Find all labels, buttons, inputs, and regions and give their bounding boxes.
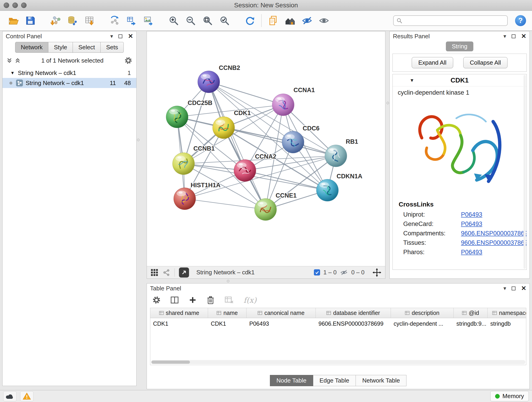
window-zoom-button[interactable] xyxy=(21,2,27,8)
tab-string[interactable]: String xyxy=(446,41,473,51)
import-database-button[interactable] xyxy=(65,13,80,29)
zoom-out-button[interactable] xyxy=(183,13,198,29)
hide-selected-button[interactable] xyxy=(300,13,314,29)
column-header-0[interactable]: shared name xyxy=(150,308,208,318)
selected-checkbox-icon[interactable] xyxy=(314,269,320,275)
network-to-table-button[interactable] xyxy=(124,13,139,29)
crosslink-link[interactable]: P06493 xyxy=(461,220,482,228)
clone-network-button[interactable] xyxy=(266,13,280,29)
panel-float-icon[interactable] xyxy=(512,287,515,290)
pan-crosshair-icon[interactable] xyxy=(372,268,381,277)
network-node-CCNB2[interactable]: CCNB2 xyxy=(198,64,240,93)
scrollbar-thumb[interactable] xyxy=(152,361,190,364)
hidden-eye-icon[interactable] xyxy=(340,269,348,276)
network-node-CCNA1[interactable]: CCNA1 xyxy=(272,87,315,116)
network-node-CDK1[interactable]: CDK1 xyxy=(213,109,251,139)
open-in-new-window-button[interactable] xyxy=(179,268,189,278)
panel-close-icon[interactable]: ✕ xyxy=(521,33,526,39)
new-network-from-selection-button[interactable] xyxy=(107,13,122,29)
network-edge-CCNB2-CCNE1[interactable] xyxy=(209,82,266,210)
network-row[interactable]: String Network – cdk1 11 48 xyxy=(2,78,136,88)
refresh-button[interactable] xyxy=(242,13,257,29)
table-cell[interactable]: CDK1 xyxy=(208,318,247,329)
panel-float-icon[interactable] xyxy=(512,34,515,38)
zoom-in-button[interactable] xyxy=(166,13,181,29)
save-session-button[interactable] xyxy=(23,13,38,29)
splitter-handle[interactable] xyxy=(137,139,139,141)
table-row[interactable]: CDK1CDK1P064939606.ENSP00000378699cyclin… xyxy=(150,318,526,329)
column-header-5[interactable]: @id xyxy=(454,308,488,318)
import-network-button[interactable] xyxy=(48,13,63,29)
gear-icon[interactable] xyxy=(124,57,132,64)
expand-all-icon[interactable] xyxy=(15,57,20,64)
zoom-fit-button[interactable] xyxy=(200,13,215,29)
panel-close-icon[interactable]: ✕ xyxy=(521,285,526,292)
network-edge-CDK1-RB1[interactable] xyxy=(224,128,336,156)
tab-edge-table[interactable]: Edge Table xyxy=(313,375,356,386)
search-input[interactable] xyxy=(404,17,505,24)
table-cell[interactable]: stringdb xyxy=(488,318,526,329)
table-cell[interactable]: P06493 xyxy=(247,318,316,329)
show-all-button[interactable] xyxy=(317,13,331,29)
tab-sets[interactable]: Sets xyxy=(101,42,124,53)
table-cell[interactable]: stringdb:9... xyxy=(454,318,488,329)
panel-menu-icon[interactable]: ▾ xyxy=(503,286,506,291)
crosslink-link[interactable]: P06493 xyxy=(461,211,482,218)
window-minimize-button[interactable] xyxy=(12,2,18,8)
network-node-CDKN1A[interactable]: CDKN1A xyxy=(317,173,362,201)
results-scrollbar[interactable] xyxy=(524,75,526,269)
network-node-HIST1H1A[interactable]: HIST1H1A xyxy=(174,182,221,210)
network-edge-CCNB2-CCNA1[interactable] xyxy=(209,82,283,105)
home-button[interactable] xyxy=(283,13,298,29)
network-collection-row[interactable]: ▾ String Network – cdk1 1 xyxy=(2,68,136,78)
share-view-icon[interactable] xyxy=(162,269,170,276)
expand-all-button[interactable]: Expand All xyxy=(412,57,453,68)
zoom-selected-button[interactable] xyxy=(217,13,232,29)
delete-column-icon[interactable] xyxy=(206,295,215,305)
add-column-icon[interactable] xyxy=(189,296,197,304)
splitter-handle[interactable] xyxy=(227,280,229,282)
crosslink-link[interactable]: 9606.ENSP00000378699 xyxy=(461,230,527,237)
tab-network[interactable]: Network xyxy=(15,42,48,53)
warnings-button[interactable] xyxy=(20,391,33,401)
panel-close-icon[interactable]: ✕ xyxy=(128,33,133,39)
tab-network-table[interactable]: Network Table xyxy=(356,375,406,386)
tab-select[interactable]: Select xyxy=(73,42,101,53)
network-node-CCNE1[interactable]: CCNE1 xyxy=(254,192,297,220)
panel-menu-icon[interactable]: ▾ xyxy=(503,33,506,39)
show-columns-icon[interactable] xyxy=(170,296,179,304)
network-node-CCNA2[interactable]: CCNA2 xyxy=(234,153,276,182)
crosslink-link[interactable]: P06493 xyxy=(461,249,482,256)
column-header-2[interactable]: canonical name xyxy=(247,308,316,318)
network-canvas[interactable]: CCNB2CCNA1CDC25BCDK1CDC6RB1CCNB1CCNA2CDK… xyxy=(147,32,385,266)
collapse-gene-icon[interactable]: ▾ xyxy=(411,77,413,83)
search-box[interactable] xyxy=(393,15,508,26)
table-cell[interactable]: 9606.ENSP00000378699 xyxy=(316,318,391,329)
window-close-button[interactable] xyxy=(4,2,9,8)
network-edge-HIST1H1A-CCNE1[interactable] xyxy=(185,199,266,210)
panel-float-icon[interactable] xyxy=(119,34,122,38)
network-to-image-button[interactable] xyxy=(141,13,156,29)
table-horizontal-scrollbar[interactable] xyxy=(151,360,525,364)
help-button[interactable]: ? xyxy=(515,15,526,26)
collapse-all-button[interactable]: Collapse All xyxy=(463,57,508,68)
network-node-RB1[interactable]: RB1 xyxy=(325,138,358,167)
panel-menu-icon[interactable]: ▾ xyxy=(110,33,113,39)
column-header-4[interactable]: description xyxy=(391,308,454,318)
column-header-1[interactable]: name xyxy=(208,308,247,318)
column-header-3[interactable]: database identifier xyxy=(316,308,391,318)
memory-button[interactable]: Memory xyxy=(490,391,529,401)
tree-caret-icon[interactable]: ▾ xyxy=(11,70,14,76)
column-header-6[interactable]: namespace xyxy=(488,308,526,318)
table-cell[interactable]: cyclin-dependent ... xyxy=(391,318,454,329)
collapse-all-icon[interactable] xyxy=(7,57,12,64)
open-session-button[interactable] xyxy=(6,13,21,29)
tab-style[interactable]: Style xyxy=(48,42,73,53)
table-cell[interactable]: CDK1 xyxy=(150,318,208,329)
table-settings-gear-icon[interactable] xyxy=(152,296,161,304)
splitter-handle[interactable] xyxy=(386,102,389,104)
crosslink-link[interactable]: 9606.ENSP00000378699 xyxy=(461,239,527,246)
import-table-button[interactable] xyxy=(82,13,97,29)
tab-node-table[interactable]: Node Table xyxy=(270,375,313,386)
grid-view-icon[interactable] xyxy=(151,269,158,276)
